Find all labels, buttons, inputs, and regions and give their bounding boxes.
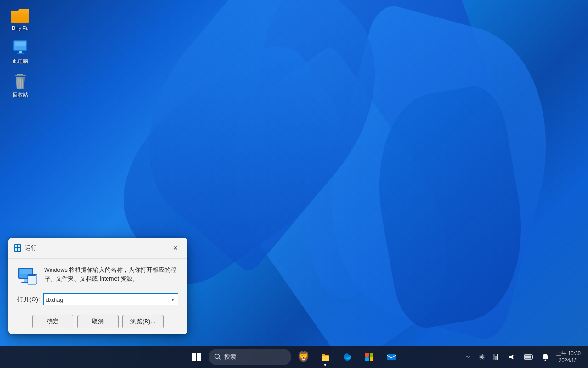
desktop-icon-recycle-bin[interactable]: 回收站	[4, 70, 37, 100]
svg-rect-9	[17, 74, 23, 75]
svg-point-24	[36, 275, 37, 276]
tray-clock[interactable]: 上午 10:30 2024/1/1	[554, 349, 582, 365]
svg-rect-34	[370, 357, 373, 361]
svg-rect-14	[18, 245, 20, 247]
svg-rect-16	[18, 248, 20, 251]
tray-battery-icon[interactable]	[521, 350, 536, 364]
svg-rect-35	[387, 354, 396, 360]
taskbar-search-text: 搜索	[224, 353, 236, 361]
desktop-icon-this-pc[interactable]: 此电脑	[4, 37, 37, 66]
recycle-icon	[11, 72, 29, 91]
desktop-icon-label: Billy Fu	[12, 25, 28, 31]
run-dropdown-arrow[interactable]: ▼	[168, 294, 177, 305]
svg-rect-20	[24, 279, 28, 282]
run-dialog-content: Windows 将根据你输入的名称，为你打开相应的程序、文件夹、文档或 Inte…	[17, 266, 178, 286]
svg-line-12	[22, 79, 23, 88]
run-dialog: 运行 ✕	[8, 238, 187, 334]
run-input-container: ▼	[43, 293, 178, 305]
run-title-left: 运行	[14, 244, 37, 252]
tray-notification-icon[interactable]	[538, 350, 553, 364]
taskbar-start-button[interactable]	[187, 347, 207, 367]
svg-line-30	[219, 358, 221, 360]
run-title-icon	[14, 244, 21, 252]
tray-volume-icon[interactable]	[505, 350, 520, 364]
svg-rect-40	[532, 356, 533, 358]
run-close-button[interactable]: ✕	[169, 242, 182, 254]
taskbar-store-button[interactable]	[359, 347, 379, 367]
svg-point-42	[545, 360, 546, 361]
taskbar-edge-button[interactable]	[337, 347, 357, 367]
run-input[interactable]	[43, 293, 178, 305]
run-description: Windows 将根据你输入的名称，为你打开相应的程序、文件夹、文档或 Inte…	[44, 266, 178, 284]
tray-network-icon[interactable]	[488, 350, 503, 364]
svg-rect-25	[192, 353, 196, 356]
svg-rect-6	[17, 53, 24, 54]
folder-icon	[11, 6, 29, 24]
taskbar-files-button[interactable]	[315, 347, 335, 367]
run-browse-button[interactable]: 浏览(B)...	[122, 315, 164, 328]
run-ok-button[interactable]: 确定	[32, 315, 74, 328]
run-cancel-button[interactable]: 取消	[77, 315, 119, 328]
svg-rect-15	[15, 248, 17, 251]
svg-rect-13	[15, 245, 17, 247]
run-open-label: 打开(O):	[17, 295, 40, 304]
run-buttons: 确定 取消 浏览(B)...	[17, 313, 178, 328]
run-dialog-titlebar: 运行 ✕	[8, 238, 187, 259]
svg-rect-37	[495, 356, 497, 360]
svg-rect-27	[192, 357, 196, 361]
svg-rect-5	[19, 51, 22, 53]
taskbar-mail-button[interactable]	[381, 347, 401, 367]
svg-rect-36	[493, 354, 495, 360]
taskbar: 搜索 🦁	[0, 346, 588, 368]
tray-overflow-button[interactable]	[461, 350, 475, 364]
taskbar-center: 搜索 🦁	[187, 347, 401, 367]
desktop-icons: Billy Fu 此电脑	[0, 0, 40, 104]
run-dialog-body: Windows 将根据你输入的名称，为你打开相应的程序、文件夹、文档或 Inte…	[8, 259, 187, 334]
svg-rect-32	[370, 353, 373, 356]
svg-rect-23	[28, 274, 37, 276]
run-dialog-title: 运行	[25, 244, 37, 252]
taskbar-right: 英	[461, 349, 582, 365]
taskbar-search[interactable]: 搜索	[209, 349, 291, 365]
taskbar-widgets-button[interactable]: 🦁	[293, 347, 313, 367]
desktop: Billy Fu 此电脑	[0, 0, 588, 368]
svg-rect-19	[20, 269, 32, 274]
computer-icon	[11, 39, 29, 57]
desktop-icon-label: 此电脑	[13, 58, 28, 64]
run-info-icon	[17, 266, 38, 286]
desktop-icon-label: 回收站	[13, 92, 28, 98]
svg-rect-41	[525, 356, 531, 359]
svg-rect-31	[365, 353, 369, 356]
svg-rect-28	[197, 357, 201, 361]
run-open-row: 打开(O): ▼	[17, 293, 178, 305]
svg-rect-1	[11, 11, 29, 23]
tray-language[interactable]: 英	[477, 352, 486, 362]
desktop-icon-billy-fu[interactable]: Billy Fu	[4, 4, 37, 33]
svg-rect-33	[365, 357, 369, 361]
svg-rect-38	[497, 354, 498, 360]
svg-rect-7	[15, 42, 26, 46]
svg-line-10	[18, 79, 18, 88]
svg-rect-26	[197, 353, 201, 356]
